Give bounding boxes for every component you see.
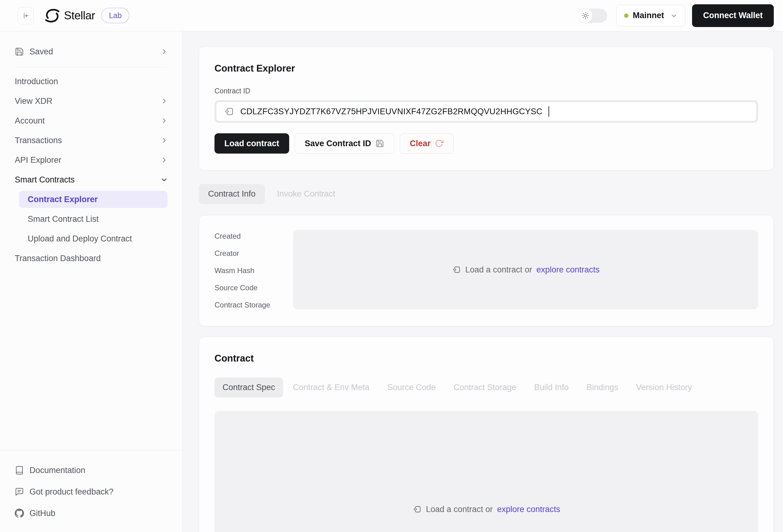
tab-invoke-contract[interactable]: Invoke Contract [269,184,343,204]
tab-build-info[interactable]: Build Info [526,377,577,397]
page-title: Contract Explorer [215,63,758,74]
theme-toggle-knob [578,9,593,23]
field-label-creator: Creator [215,249,293,258]
sidebar-item-upload-deploy-contract[interactable]: Upload and Deploy Contract [15,229,167,248]
sidebar-item-feedback[interactable]: Got product feedback? [15,481,167,502]
sidebar-divider [15,67,167,67]
sidebar-item-label: Got product feedback? [30,487,114,497]
collapse-sidebar-button[interactable] [18,7,34,24]
tab-contract-env-meta[interactable]: Contract & Env Meta [285,377,377,397]
explorer-actions: Load contract Save Contract ID Clear [215,133,758,154]
contract-id-value: CDLZFC3SYJYDZT7K67VZ75HPJVIEUVNIXF47ZG2F… [240,107,542,117]
field-label-created: Created [215,232,293,240]
chevron-right-icon [161,117,167,124]
sidebar-item-label: Account [15,116,45,126]
clear-label: Clear [410,139,431,148]
lab-badge: Lab [101,8,129,23]
collapse-sidebar-icon [22,12,30,20]
tab-contract-spec[interactable]: Contract Spec [215,377,283,397]
sidebar-item-transaction-dashboard[interactable]: Transaction Dashboard [15,248,167,268]
sidebar-item-label: View XDR [15,96,53,106]
network-label: Mainnet [633,11,664,20]
view-tabs: Contract Info Invoke Contract [199,184,774,204]
stellar-lab-app: Stellar Lab Mainnet Connect Wallet [0,0,783,532]
sidebar-item-label: Saved [30,47,53,57]
sidebar-item-saved[interactable]: Saved [15,42,167,61]
contract-info-card: Created Creator Wasm Hash Source Code Co… [199,215,774,326]
sidebar-item-introduction[interactable]: Introduction [15,72,167,91]
sidebar-nav: Saved Introduction View XDR Account [0,31,182,268]
sun-icon [582,12,589,20]
tab-version-history[interactable]: Version History [628,377,700,397]
sidebar-item-api-explorer[interactable]: API Explorer [15,150,167,170]
load-contract-button[interactable]: Load contract [215,133,289,154]
contract-tabs: Contract Spec Contract & Env Meta Source… [215,377,758,397]
chevron-right-icon [161,157,167,163]
contract-explorer-card: Contract Explorer Contract ID CDLZFC3SYJ… [199,47,774,170]
sidebar-item-smart-contract-list[interactable]: Smart Contract List [15,209,167,229]
contract-id-input-wrapper: CDLZFC3SYJYDZT7K67VZ75HPJVIEUVNIXF47ZG2F… [215,100,758,123]
save-contract-id-label: Save Contract ID [305,139,371,148]
sidebar-item-label: Documentation [30,466,86,475]
sidebar-item-label: Transactions [15,136,62,145]
sidebar-item-label: Upload and Deploy Contract [28,234,132,243]
field-label-wasm-hash: Wasm Hash [215,266,293,275]
explore-contracts-link[interactable]: explore contracts [497,505,561,514]
sidebar-item-label: Smart Contract List [28,214,99,224]
tab-source-code[interactable]: Source Code [379,377,444,397]
feedback-icon [15,487,24,496]
contract-icon [412,505,421,514]
field-label-contract-storage: Contract Storage [215,301,293,309]
contract-id-input[interactable]: CDLZFC3SYJYDZT7K67VZ75HPJVIEUVNIXF47ZG2F… [216,102,757,121]
explore-contracts-link[interactable]: explore contracts [537,265,600,275]
contract-info-fields: Created Creator Wasm Hash Source Code Co… [215,230,293,309]
contract-info-empty-state: Load a contract or explore contracts [293,230,758,309]
save-contract-id-button[interactable]: Save Contract ID [295,133,394,154]
github-icon [15,509,24,518]
tab-contract-storage[interactable]: Contract Storage [446,377,524,397]
chevron-down-icon [161,176,167,183]
network-status-dot [624,13,628,18]
tab-contract-info[interactable]: Contract Info [199,184,265,204]
load-contract-label: Load contract [224,139,279,148]
chevron-right-icon [161,48,167,55]
network-selector[interactable]: Mainnet [617,5,685,26]
field-label-source-code: Source Code [215,284,293,292]
contract-empty-state: Load a contract or explore contracts [215,411,758,532]
contract-icon [452,265,461,274]
sidebar-item-view-xdr[interactable]: View XDR [15,91,167,111]
chevron-down-icon [670,12,678,19]
clear-button[interactable]: Clear [400,133,454,154]
saved-icon [15,47,24,56]
sidebar-item-smart-contracts[interactable]: Smart Contracts [15,170,167,190]
sidebar-item-github[interactable]: GitHub [15,502,167,524]
sidebar-item-label: Introduction [15,77,58,86]
header: Stellar Lab Mainnet Connect Wallet [0,0,783,31]
empty-state-text: Load a contract or [426,505,493,514]
book-icon [15,466,24,475]
chevron-right-icon [161,98,167,104]
tab-bindings[interactable]: Bindings [578,377,627,397]
chevron-right-icon [161,137,167,144]
sidebar-item-transactions[interactable]: Transactions [15,131,167,150]
sidebar-item-account[interactable]: Account [15,111,167,131]
contract-icon [224,106,234,117]
contract-section-title: Contract [215,353,758,364]
sidebar-item-label: Transaction Dashboard [15,254,101,263]
contract-card: Contract Contract Spec Contract & Env Me… [199,337,774,532]
sidebar-item-documentation[interactable]: Documentation [15,460,167,481]
theme-toggle[interactable] [578,9,607,23]
refresh-icon [435,139,443,148]
brand-name: Stellar [64,9,95,22]
sidebar-item-label: Smart Contracts [15,175,75,185]
sidebar-footer: Documentation Got product feedback? GitH… [0,450,182,532]
brand[interactable]: Stellar [44,8,95,23]
sidebar-item-contract-explorer[interactable]: Contract Explorer [19,191,167,208]
sidebar: Saved Introduction View XDR Account [0,31,183,532]
text-caret [549,106,549,117]
connect-wallet-button[interactable]: Connect Wallet [692,4,774,27]
empty-state-text: Load a contract or [465,265,532,275]
sidebar-item-label: API Explorer [15,156,61,165]
main-content: Contract Explorer Contract ID CDLZFC3SYJ… [183,31,783,532]
sidebar-item-label: GitHub [30,509,55,518]
